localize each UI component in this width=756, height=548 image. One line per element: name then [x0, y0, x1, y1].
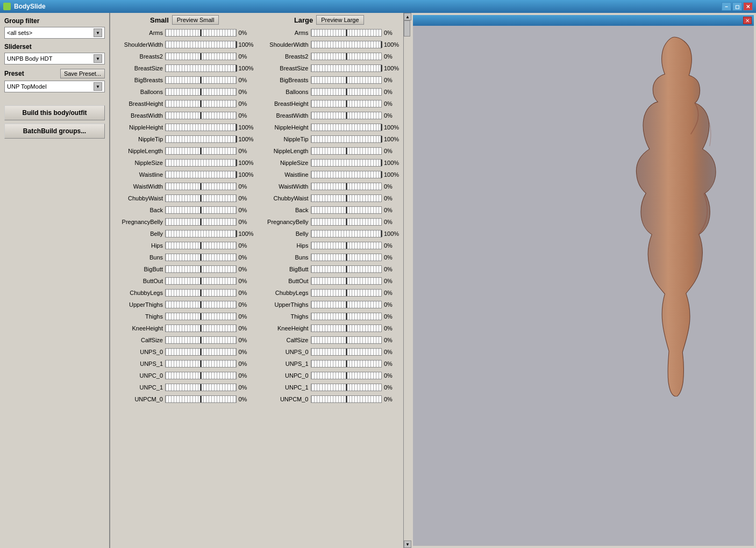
slider-track-small-14[interactable] [165, 194, 237, 202]
window-controls[interactable]: – ◻ ✕ [722, 2, 753, 11]
slider-track-small-13[interactable] [165, 183, 237, 190]
slider-track-large-19[interactable] [311, 254, 382, 261]
slider-track-large-16[interactable] [311, 218, 382, 226]
slider-track-small-8[interactable] [165, 124, 237, 131]
slider-value-small-21: 0% [237, 278, 257, 284]
slider-track-large-17[interactable] [311, 230, 382, 237]
slider-value-small-14: 0% [237, 195, 257, 201]
slider-track-small-16[interactable] [165, 218, 237, 226]
slider-value-large-28: 0% [382, 360, 402, 367]
scroll-thumb-area[interactable] [404, 20, 411, 540]
small-column-header: Small Preview Small [112, 15, 257, 25]
slider-row: Buns 0% Buns 0% [110, 251, 403, 263]
restore-button[interactable]: ◻ [732, 2, 742, 11]
slider-track-large-6[interactable] [311, 100, 382, 107]
preview-close-button[interactable]: ✕ [743, 17, 752, 24]
slider-track-small-3[interactable] [165, 64, 237, 72]
slider-track-large-5[interactable] [311, 88, 382, 96]
slider-track-small-15[interactable] [165, 206, 237, 214]
slider-scrollbar[interactable]: ▲ ▼ [403, 13, 411, 548]
slider-track-large-11[interactable] [311, 159, 382, 167]
slider-track-large-9[interactable] [311, 135, 382, 143]
preview-large-button[interactable]: Preview Large [316, 15, 363, 25]
slider-value-small-25: 0% [237, 325, 257, 331]
build-button[interactable]: Build this body/outfit [4, 105, 105, 120]
slider-track-small-0[interactable] [165, 29, 237, 37]
slider-right-4: BigBreasts 0% [257, 76, 403, 84]
slider-track-small-11[interactable] [165, 159, 237, 167]
slider-name-small-6: BreastHeight [111, 100, 165, 107]
scroll-down-button[interactable]: ▼ [404, 540, 411, 548]
preview-small-button[interactable]: Preview Small [172, 15, 219, 25]
slider-track-small-17[interactable] [165, 230, 237, 237]
slider-track-small-23[interactable] [165, 301, 237, 308]
slider-track-large-0[interactable] [311, 29, 382, 37]
save-preset-button[interactable]: Save Preset... [60, 69, 105, 78]
slider-track-large-27[interactable] [311, 348, 382, 356]
slider-track-small-2[interactable] [165, 53, 237, 60]
slider-track-small-12[interactable] [165, 171, 237, 178]
scroll-up-button[interactable]: ▲ [404, 13, 411, 20]
scroll-thumb[interactable] [404, 20, 410, 37]
slider-name-small-1: ShoulderWidth [111, 41, 165, 48]
slider-track-large-28[interactable] [311, 360, 382, 367]
slider-track-large-14[interactable] [311, 194, 382, 202]
slider-track-small-31[interactable] [165, 395, 237, 403]
slider-track-large-7[interactable] [311, 112, 382, 119]
slider-track-large-13[interactable] [311, 183, 382, 190]
slider-track-large-4[interactable] [311, 76, 382, 84]
preset-arrow[interactable]: ▼ [94, 82, 102, 91]
group-filter-combo[interactable]: <all sets> ▼ [4, 27, 105, 39]
close-button[interactable]: ✕ [743, 2, 753, 11]
slider-track-small-25[interactable] [165, 325, 237, 332]
slider-track-large-20[interactable] [311, 265, 382, 273]
slider-track-small-19[interactable] [165, 254, 237, 261]
sliderset-combo[interactable]: UNPB Body HDT ▼ [4, 53, 105, 64]
slider-track-small-29[interactable] [165, 372, 237, 379]
slider-track-large-24[interactable] [311, 313, 382, 320]
slider-track-small-4[interactable] [165, 76, 237, 84]
slider-track-large-2[interactable] [311, 53, 382, 60]
slider-track-large-30[interactable] [311, 384, 382, 391]
slider-track-large-26[interactable] [311, 336, 382, 344]
slider-track-small-28[interactable] [165, 360, 237, 367]
slider-track-large-29[interactable] [311, 372, 382, 379]
slider-name-small-12: Waistline [111, 171, 165, 178]
slider-track-large-10[interactable] [311, 147, 382, 155]
slider-track-large-18[interactable] [311, 242, 382, 249]
sliderset-arrow[interactable]: ▼ [94, 54, 102, 63]
slider-name-large-28: UNPS_1 [257, 360, 311, 367]
slider-track-small-1[interactable] [165, 41, 237, 48]
slider-track-small-30[interactable] [165, 384, 237, 391]
slider-track-large-8[interactable] [311, 124, 382, 131]
slider-track-small-21[interactable] [165, 277, 237, 285]
preset-combo[interactable]: UNP TopModel ▼ [4, 81, 105, 92]
slider-track-large-22[interactable] [311, 289, 382, 297]
slider-track-small-22[interactable] [165, 289, 237, 297]
slider-track-large-15[interactable] [311, 206, 382, 214]
slider-track-large-3[interactable] [311, 64, 382, 72]
group-filter-arrow[interactable]: ▼ [94, 28, 102, 37]
slider-track-small-7[interactable] [165, 112, 237, 119]
slider-track-small-9[interactable] [165, 135, 237, 143]
slider-track-large-25[interactable] [311, 325, 382, 332]
slider-track-large-23[interactable] [311, 301, 382, 308]
slider-track-large-1[interactable] [311, 41, 382, 48]
slider-track-small-6[interactable] [165, 100, 237, 107]
slider-track-small-5[interactable] [165, 88, 237, 96]
slider-track-large-31[interactable] [311, 395, 382, 403]
slider-track-small-10[interactable] [165, 147, 237, 155]
slider-value-large-2: 0% [382, 53, 402, 60]
slider-track-small-24[interactable] [165, 313, 237, 320]
slider-value-large-11: 100% [382, 160, 402, 166]
slider-name-small-21: ButtOut [111, 278, 165, 284]
slider-track-small-27[interactable] [165, 348, 237, 356]
slider-track-large-21[interactable] [311, 277, 382, 285]
slider-track-small-20[interactable] [165, 265, 237, 273]
minimize-button[interactable]: – [722, 2, 731, 11]
slider-track-small-18[interactable] [165, 242, 237, 249]
slider-track-large-12[interactable] [311, 171, 382, 178]
slider-name-small-2: Breasts2 [111, 53, 165, 60]
slider-track-small-26[interactable] [165, 336, 237, 344]
batch-build-button[interactable]: BatchBuild groups... [4, 124, 105, 139]
